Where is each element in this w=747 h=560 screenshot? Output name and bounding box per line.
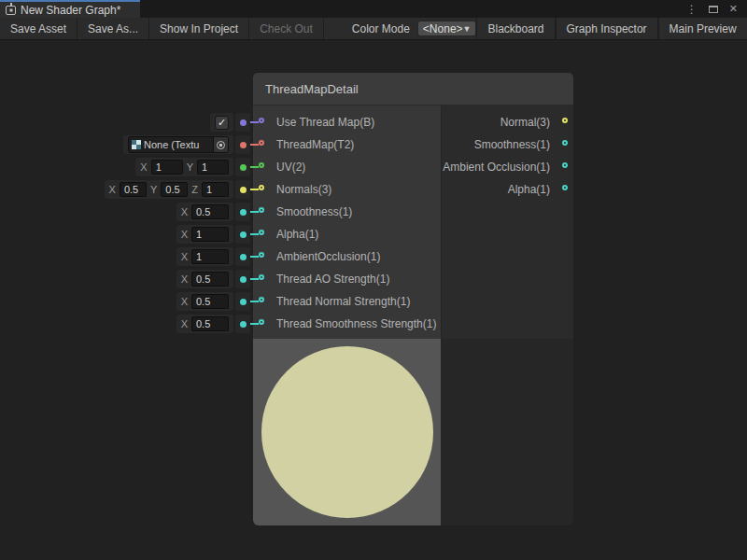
toolbar-button-main-preview[interactable]: Main Preview — [658, 18, 747, 39]
toolbar-button-save-asset[interactable]: Save Asset — [0, 18, 78, 39]
toolbar: Save AssetSave As...Show In ProjectCheck… — [0, 18, 747, 40]
number-input-z[interactable]: 1 — [202, 182, 229, 197]
node-output-rows: Normal(3)Smoothness(1)Ambient Occlusion(… — [441, 111, 573, 201]
number-input-y[interactable]: 1 — [197, 160, 229, 175]
input-value-widget: X1 — [176, 247, 250, 266]
node-header[interactable]: ThreadMapDetail — [253, 73, 573, 105]
axis-label-x: X — [181, 206, 188, 217]
close-icon[interactable]: ✕ — [729, 4, 738, 14]
color-mode-dropdown[interactable]: <None> ▼ — [417, 21, 477, 36]
output-port-ring[interactable] — [562, 118, 568, 123]
port-dot[interactable] — [240, 276, 247, 283]
input-value-widget: X1Y1 — [135, 158, 250, 176]
menu-kebab-icon[interactable]: ⋮ — [686, 4, 698, 15]
shader-node-threadmapdetail[interactable]: ThreadMapDetail Use Thread Map(B)✓Thread… — [253, 73, 573, 525]
toolbar-button-show-in-project[interactable]: Show In Project — [149, 18, 249, 39]
output-port-label: Normal(3) — [500, 111, 550, 133]
port-dot-box — [235, 225, 250, 244]
output-port-ring[interactable] — [562, 185, 568, 190]
tab-new-shader-graph[interactable]: New Shader Graph* — [0, 0, 140, 18]
number-input-x[interactable]: 1 — [191, 227, 229, 242]
tab-title: New Shader Graph* — [21, 4, 120, 17]
widget-threadmap-t2: None (Textu — [123, 135, 233, 154]
graph-canvas[interactable]: ThreadMapDetail Use Thread Map(B)✓Thread… — [0, 40, 747, 560]
port-dot-box — [235, 158, 250, 176]
output-port-label: Alpha(1) — [508, 178, 550, 201]
color-mode-value: <None> — [423, 22, 463, 35]
number-input-y[interactable]: 0.5 — [161, 182, 188, 197]
number-input-x[interactable]: 1 — [191, 249, 229, 264]
input-port-label: UV(2) — [276, 156, 305, 178]
axis-label-x: X — [109, 184, 116, 195]
toolbar-right-buttons: BlackboardGraph InspectorMain Preview — [476, 18, 747, 39]
toolbar-button-save-as[interactable]: Save As... — [78, 18, 149, 39]
widget-alpha-1: X1 — [176, 225, 233, 244]
port-dot[interactable] — [240, 209, 247, 216]
number-input-x[interactable]: 0.5 — [191, 204, 229, 219]
node-preview — [253, 339, 441, 525]
checkbox-use-thread-map-b[interactable]: ✓ — [215, 116, 229, 130]
title-bar: New Shader Graph* ⋮ ✕ — [0, 0, 747, 18]
input-port-label: ThreadMap(T2) — [276, 133, 354, 156]
axis-label-y: Y — [187, 161, 193, 173]
input-row-uv-2: UV(2)X1Y1 — [253, 156, 441, 178]
input-port-label: Use Thread Map(B) — [276, 111, 374, 133]
texture-thumbnail-icon — [132, 140, 141, 149]
output-row-normal-3: Normal(3) — [441, 111, 573, 133]
output-port-ring[interactable] — [562, 140, 568, 146]
input-port-label: Normals(3) — [276, 178, 331, 201]
port-dot-box — [235, 292, 250, 311]
port-dot[interactable] — [240, 142, 247, 148]
port-dot-box — [235, 203, 250, 221]
input-port-ring[interactable] — [259, 274, 264, 280]
axis-label-z: Z — [191, 184, 198, 195]
widget-uv-2: X1Y1 — [135, 158, 233, 176]
input-port-label: Thread Smoothness Strength(1) — [276, 313, 436, 335]
number-input-x[interactable]: 0.5 — [191, 316, 229, 331]
toolbar-button-blackboard[interactable]: Blackboard — [476, 18, 555, 39]
toolbar-button-graph-inspector[interactable]: Graph Inspector — [556, 18, 658, 39]
input-row-smoothness-1: Smoothness(1)X0.5 — [253, 201, 441, 223]
node-preview-right-panel — [441, 339, 573, 525]
number-input-x[interactable]: 1 — [151, 160, 183, 175]
port-dot[interactable] — [240, 321, 247, 328]
maximize-icon[interactable] — [709, 6, 718, 13]
texture-object-field[interactable]: None (Textu — [128, 136, 229, 153]
input-port-ring[interactable] — [259, 230, 264, 235]
input-value-widget: X0.5 — [176, 315, 250, 333]
input-port-label: Thread Normal Strength(1) — [276, 290, 410, 313]
input-value-widget: X0.5 — [176, 270, 250, 288]
input-port-label: AmbientOcclusion(1) — [276, 245, 380, 268]
input-port-ring[interactable] — [259, 162, 264, 168]
output-port-label: Ambient Occlusion(1) — [443, 156, 550, 178]
input-port-ring[interactable] — [259, 319, 264, 325]
input-port-ring[interactable] — [259, 207, 264, 213]
output-row-ambient-occlusion-1: Ambient Occlusion(1) — [441, 156, 573, 178]
number-input-x[interactable]: 0.5 — [120, 182, 147, 197]
port-dot[interactable] — [240, 231, 247, 238]
node-input-column: Use Thread Map(B)✓ThreadMap(T2)None (Tex… — [253, 105, 441, 339]
object-picker-button[interactable] — [213, 137, 228, 152]
port-dot-box — [235, 135, 250, 154]
texture-object-value: None (Textu — [144, 139, 213, 150]
number-input-x[interactable]: 0.5 — [191, 272, 229, 287]
input-port-ring[interactable] — [259, 297, 264, 302]
input-row-thread-ao-strength-1: Thread AO Strength(1)X0.5 — [253, 268, 441, 290]
input-port-ring[interactable] — [259, 140, 264, 146]
port-dot[interactable] — [240, 254, 247, 260]
port-dot[interactable] — [240, 187, 247, 193]
input-port-ring[interactable] — [259, 118, 264, 123]
input-port-ring[interactable] — [259, 185, 264, 190]
input-value-widget: X0.5 — [176, 203, 250, 221]
number-input-x[interactable]: 0.5 — [191, 294, 229, 309]
output-port-ring[interactable] — [562, 162, 568, 168]
port-dot[interactable] — [240, 164, 247, 171]
input-port-ring[interactable] — [259, 252, 264, 258]
input-row-ambientocclusion-1: AmbientOcclusion(1)X1 — [253, 245, 441, 268]
port-dot[interactable] — [240, 299, 247, 305]
input-row-alpha-1: Alpha(1)X1 — [253, 223, 441, 245]
color-mode-label: Color Mode — [324, 18, 417, 39]
input-row-threadmap-t2: ThreadMap(T2)None (Textu — [253, 133, 441, 156]
port-dot[interactable] — [240, 119, 247, 126]
input-value-widget: X0.5Y0.5Z1 — [105, 180, 250, 199]
